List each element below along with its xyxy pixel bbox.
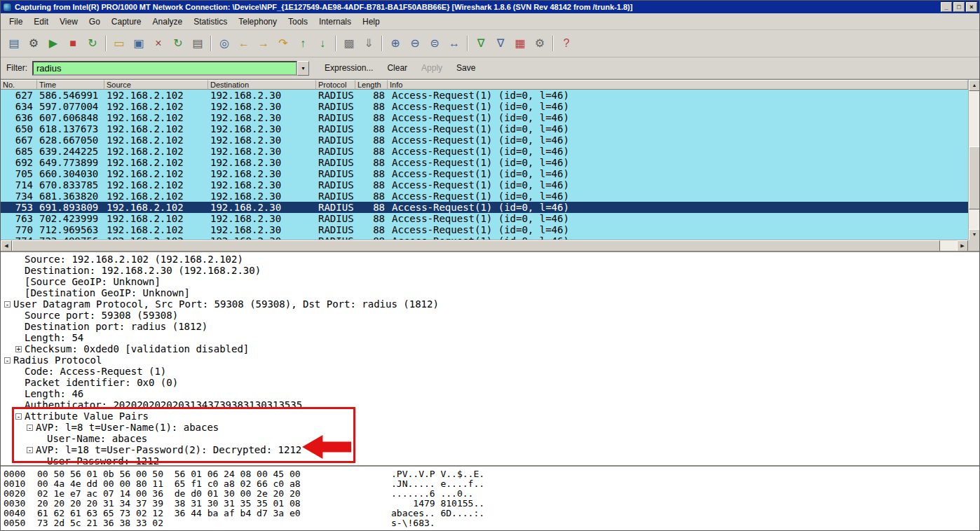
packet-row[interactable]: 650618.137673192.168.2.102192.168.2.30RA… <box>1 123 968 135</box>
hex-row[interactable]: 001000 4a 4e dd 00 00 80 11 65 f1 c0 a8 … <box>4 478 979 488</box>
restart-capture-button[interactable]: ↻ <box>83 34 102 53</box>
column-header-info[interactable]: Info <box>388 80 968 90</box>
horizontal-scroll-thumb[interactable] <box>12 240 940 251</box>
collapse-icon[interactable]: - <box>27 447 33 453</box>
go-to-bottom-button[interactable]: ↓ <box>313 34 332 53</box>
detail-line[interactable]: [Source GeoIP: Unknown] <box>1 276 979 287</box>
packet-row-selected[interactable]: 753691.893809192.168.2.102192.168.2.30RA… <box>1 202 968 213</box>
detail-line[interactable]: -User Datagram Protocol, Src Port: 59308… <box>1 298 979 310</box>
menu-telephony[interactable]: Telephony <box>233 15 283 29</box>
print-button[interactable]: ▤ <box>189 34 207 53</box>
column-header-time[interactable]: Time <box>37 80 104 90</box>
collapse-icon[interactable]: - <box>15 413 22 420</box>
filter-apply-button[interactable]: Apply <box>416 62 448 74</box>
scroll-up-icon[interactable]: ▲ <box>969 80 980 91</box>
go-to-packet-button[interactable]: ↷ <box>274 34 292 53</box>
collapse-icon[interactable]: - <box>4 301 11 308</box>
detail-line[interactable]: Length: 54 <box>1 332 979 343</box>
detail-line[interactable]: User-Name: abaces <box>1 433 979 444</box>
title-bar[interactable]: Capturing from Intel(R) PRO/1000 MT Netw… <box>1 1 979 13</box>
detail-line[interactable]: Source port: 59308 (59308) <box>1 310 979 321</box>
go-to-top-button[interactable]: ↑ <box>294 34 312 53</box>
capture-filter-button[interactable]: ∇ <box>472 34 490 53</box>
save-file-button[interactable]: ▣ <box>130 34 148 53</box>
menu-tools[interactable]: Tools <box>283 15 313 29</box>
hex-row[interactable]: 002002 1e e7 ac 07 14 00 36 de d0 01 30 … <box>4 488 979 498</box>
go-back-button[interactable]: ← <box>235 34 253 53</box>
scroll-right-icon[interactable]: ▶ <box>957 240 968 251</box>
packet-list-vertical-scrollbar[interactable]: ▲ ▼ <box>968 80 979 240</box>
minimize-button[interactable]: _ <box>941 2 952 12</box>
menu-edit[interactable]: Edit <box>28 15 54 29</box>
detail-line[interactable]: Destination: 192.168.2.30 (192.168.2.30) <box>1 265 979 276</box>
stop-capture-button[interactable]: ■ <box>64 34 82 53</box>
detail-line[interactable]: Source: 192.168.2.102 (192.168.2.102) <box>1 254 979 265</box>
filter-input[interactable] <box>32 61 297 76</box>
reload-button[interactable]: ↻ <box>169 34 187 53</box>
scroll-down-icon[interactable]: ▼ <box>969 229 980 240</box>
packet-row[interactable]: 734681.363820192.168.2.102192.168.2.30RA… <box>1 191 968 202</box>
detail-line[interactable]: Length: 46 <box>1 388 979 399</box>
packet-row[interactable]: 627586.546991192.168.2.102192.168.2.30RA… <box>1 90 968 101</box>
list-interfaces-button[interactable]: ▤ <box>5 34 23 53</box>
detail-line[interactable]: [Destination GeoIP: Unknown] <box>1 287 979 298</box>
menu-file[interactable]: File <box>4 15 28 29</box>
filter-expression-button[interactable]: Expression... <box>319 62 379 74</box>
vertical-scroll-thumb[interactable] <box>969 146 980 209</box>
packet-row[interactable]: 714670.833785192.168.2.102192.168.2.30RA… <box>1 179 968 191</box>
hex-row[interactable]: 000000 50 56 01 0b 56 00 50 56 01 06 24 … <box>4 469 979 478</box>
menu-internals[interactable]: Internals <box>313 15 357 29</box>
packet-row[interactable]: 636607.606848192.168.2.102192.168.2.30RA… <box>1 112 968 123</box>
preferences-button[interactable]: ⚙ <box>531 34 549 53</box>
detail-line[interactable]: -Attribute Value Pairs <box>1 411 979 422</box>
packet-row[interactable]: 705660.304030192.168.2.102192.168.2.30RA… <box>1 168 968 179</box>
start-capture-button[interactable]: ▶ <box>44 34 62 53</box>
detail-line[interactable]: -AVP: l=8 t=User-Name(1): abaces <box>1 422 979 433</box>
expand-icon[interactable]: + <box>15 346 22 352</box>
column-header-protocol[interactable]: Protocol <box>316 80 355 90</box>
maximize-button[interactable]: □ <box>953 2 965 12</box>
colorize-button[interactable]: ▩ <box>340 34 358 53</box>
menu-view[interactable]: View <box>54 15 83 29</box>
close-file-button[interactable]: × <box>149 34 168 53</box>
zoom-in-button[interactable]: ⊕ <box>386 34 404 53</box>
autoscroll-button[interactable]: ⇓ <box>360 34 378 53</box>
menu-help[interactable]: Help <box>357 15 386 29</box>
filter-clear-button[interactable]: Clear <box>381 62 413 74</box>
detail-line[interactable]: Code: Access-Request (1) <box>1 366 979 377</box>
detail-line[interactable]: User-Password: 1212 <box>1 455 979 465</box>
menu-statistics[interactable]: Statistics <box>188 15 233 29</box>
help-button[interactable]: ? <box>557 34 576 53</box>
filter-save-button[interactable]: Save <box>451 62 481 74</box>
column-header-length[interactable]: Length <box>355 80 388 90</box>
packet-row[interactable]: 770712.969563192.168.2.102192.168.2.30RA… <box>1 224 968 235</box>
hex-row[interactable]: 005073 2d 5c 21 36 38 33 02s-\!683. <box>4 518 979 527</box>
open-file-button[interactable]: ▭ <box>110 34 128 53</box>
column-header-destination[interactable]: Destination <box>208 80 316 90</box>
column-header-no[interactable]: No. <box>1 80 37 90</box>
detail-line[interactable]: -AVP: l=18 t=User-Password(2): Decrypted… <box>1 444 979 455</box>
scroll-left-icon[interactable]: ◀ <box>1 240 12 251</box>
packet-row[interactable]: 685639.244225192.168.2.102192.168.2.30RA… <box>1 146 968 157</box>
hex-row[interactable]: 004061 62 61 63 65 73 02 12 36 44 ba af … <box>4 508 979 518</box>
collapse-icon[interactable]: - <box>4 357 11 364</box>
go-forward-button[interactable]: → <box>254 34 273 53</box>
packet-row[interactable]: 634597.077004192.168.2.102192.168.2.30RA… <box>1 101 968 112</box>
filter-dropdown-arrow-icon[interactable]: ▼ <box>297 61 309 76</box>
packet-row[interactable]: 667628.667050192.168.2.102192.168.2.30RA… <box>1 135 968 146</box>
capture-options-button[interactable]: ⚙ <box>25 34 43 53</box>
display-filter-button[interactable]: ∇ <box>491 34 510 53</box>
hex-row[interactable]: 003020 20 20 20 31 34 37 39 38 31 30 31 … <box>4 498 979 508</box>
packet-row[interactable]: 692649.773899192.168.2.102192.168.2.30RA… <box>1 157 968 168</box>
column-header-source[interactable]: Source <box>104 80 208 90</box>
menu-capture[interactable]: Capture <box>106 15 147 29</box>
detail-line[interactable]: Authenticator: 2020202020203134373938313… <box>1 399 979 411</box>
packet-list-horizontal-scrollbar[interactable]: ◀ ▶ <box>1 240 968 251</box>
close-button[interactable]: × <box>966 2 977 12</box>
detail-line[interactable]: -Radius Protocol <box>1 354 979 366</box>
find-packet-button[interactable]: ◎ <box>215 34 233 53</box>
detail-line[interactable]: Packet identifier: 0x0 (0) <box>1 377 979 388</box>
menu-go[interactable]: Go <box>83 15 106 29</box>
menu-analyze[interactable]: Analyze <box>147 15 189 29</box>
zoom-out-button[interactable]: ⊖ <box>406 34 424 53</box>
